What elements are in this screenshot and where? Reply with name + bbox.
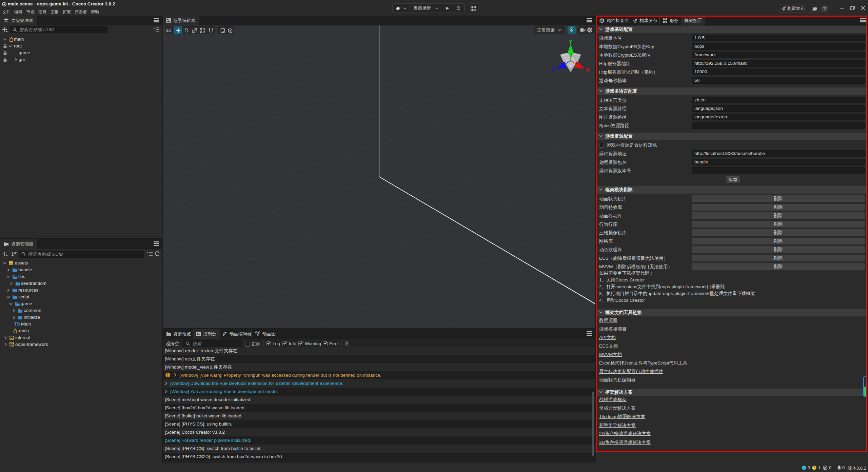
svg-text:i: i bbox=[804, 466, 805, 470]
svg-text:Y: Y bbox=[569, 39, 573, 45]
svg-text:X: X bbox=[586, 67, 590, 73]
svg-text:Z: Z bbox=[552, 67, 555, 73]
